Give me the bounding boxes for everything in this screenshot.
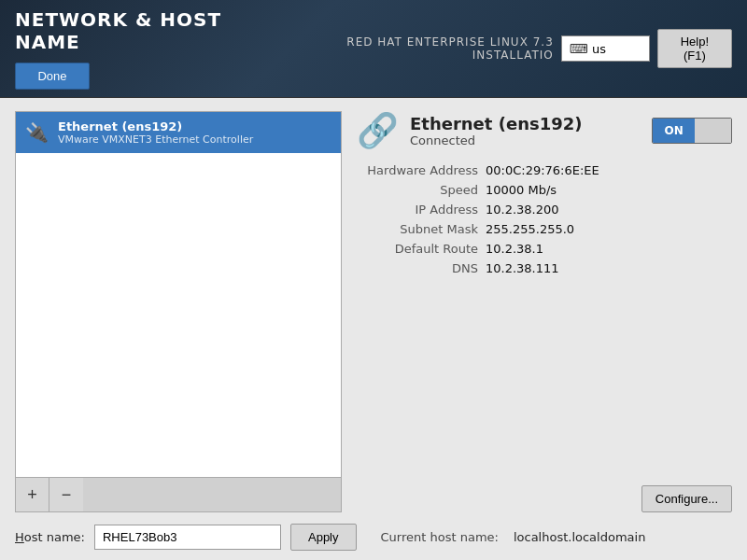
ip-address-label: IP Address	[357, 203, 478, 217]
done-button[interactable]: Done	[15, 63, 90, 90]
content-area: 🔌 Ethernet (ens192) VMware VMXNET3 Ether…	[15, 111, 732, 512]
device-details: Hardware Address 00:0C:29:76:6E:EE Speed…	[357, 163, 732, 275]
network-item-name: Ethernet (ens192)	[58, 119, 253, 133]
default-route-value: 10.2.38.1	[486, 242, 732, 256]
remove-network-button[interactable]: −	[49, 478, 83, 511]
header: NETWORK & HOST NAME Done RED HAT ENTERPR…	[0, 0, 747, 98]
hardware-address-label: Hardware Address	[357, 163, 478, 177]
current-hostname-value: localhost.localdomain	[514, 530, 645, 544]
dns-value: 10.2.38.111	[486, 261, 732, 275]
device-header: 🔗 Ethernet (ens192) Connected ON	[357, 111, 732, 150]
bottom-bar: Host name: Apply Current host name: loca…	[15, 524, 732, 551]
keyboard-locale: us	[592, 42, 606, 56]
default-route-label: Default Route	[357, 242, 478, 256]
dns-label: DNS	[357, 261, 478, 275]
keyboard-icon: ⌨	[570, 41, 588, 56]
header-left: NETWORK & HOST NAME Done	[15, 8, 279, 90]
left-panel: 🔌 Ethernet (ens192) VMware VMXNET3 Ether…	[15, 111, 342, 512]
device-info: Ethernet (ens192) Connected	[410, 114, 582, 147]
toggle-on-label: ON	[653, 119, 694, 143]
apply-button[interactable]: Apply	[290, 524, 357, 551]
device-ethernet-icon: 🔗	[357, 111, 399, 150]
rhel-title: RED HAT ENTERPRISE LINUX 7.3 INSTALLATIO	[279, 35, 554, 62]
ip-address-value: 10.2.38.200	[486, 203, 732, 217]
help-button[interactable]: Help! (F1)	[657, 29, 732, 68]
speed-value: 10000 Mb/s	[486, 183, 732, 197]
hostname-input[interactable]	[94, 525, 281, 550]
toggle-off-label	[695, 119, 731, 143]
list-item[interactable]: 🔌 Ethernet (ens192) VMware VMXNET3 Ether…	[16, 112, 341, 153]
network-item-desc: VMware VMXNET3 Ethernet Controller	[58, 133, 253, 146]
header-center: RED HAT ENTERPRISE LINUX 7.3 INSTALLATIO…	[279, 29, 732, 68]
add-network-button[interactable]: +	[16, 478, 49, 511]
toggle-switch[interactable]: ON	[652, 118, 732, 144]
hostname-label: Host name:	[15, 530, 85, 544]
device-name: Ethernet (ens192)	[410, 114, 582, 133]
page-title: NETWORK & HOST NAME	[15, 8, 279, 53]
network-list: 🔌 Ethernet (ens192) VMware VMXNET3 Ether…	[15, 111, 342, 478]
hardware-address-value: 00:0C:29:76:6E:EE	[486, 163, 732, 177]
speed-label: Speed	[357, 183, 478, 197]
subnet-mask-label: Subnet Mask	[357, 222, 478, 236]
subnet-mask-value: 255.255.255.0	[486, 222, 732, 236]
main-content: 🔌 Ethernet (ens192) VMware VMXNET3 Ether…	[0, 98, 747, 560]
ethernet-icon: 🔌	[25, 121, 49, 144]
keyboard-locale-display: ⌨ us	[561, 35, 650, 62]
list-controls: + −	[15, 478, 342, 512]
current-hostname-label: Current host name:	[381, 530, 499, 544]
configure-button[interactable]: Configure...	[641, 485, 732, 512]
right-panel: 🔗 Ethernet (ens192) Connected ON Hardwar…	[357, 111, 732, 512]
device-status: Connected	[410, 133, 582, 147]
